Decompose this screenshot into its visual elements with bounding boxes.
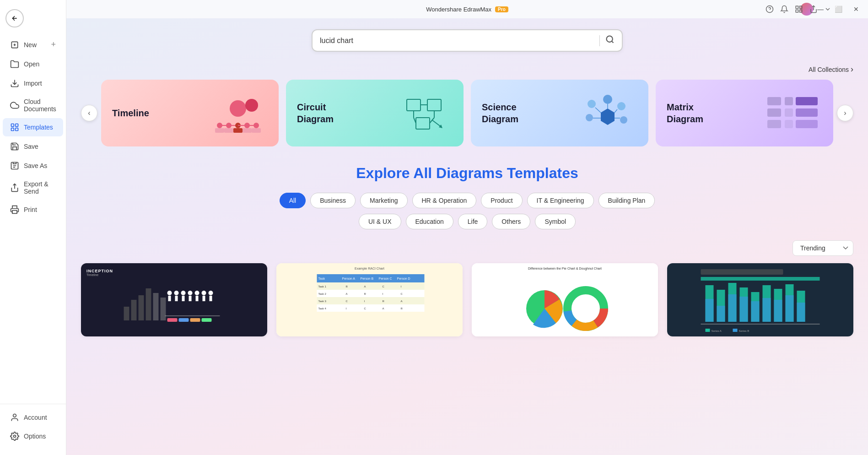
carousel-card-science[interactable]: Science Diagram <box>471 80 648 146</box>
svg-text:A: A <box>364 285 366 288</box>
svg-text:R: R <box>364 292 367 295</box>
svg-text:C: C <box>364 307 367 310</box>
template-card-inception[interactable]: INCEPTION Timeline <box>81 263 267 336</box>
sidebar-item-account[interactable]: Account <box>3 408 63 427</box>
svg-rect-90 <box>202 318 212 322</box>
sidebar-item-open[interactable]: Open <box>3 55 63 73</box>
svg-rect-36 <box>407 99 421 111</box>
svg-rect-31 <box>215 128 224 133</box>
sidebar-item-export[interactable]: Export & Send <box>3 176 63 200</box>
carousel-card-matrix[interactable]: Matrix Diagram <box>656 80 833 146</box>
svg-rect-73 <box>168 296 171 301</box>
filter-hr[interactable]: HR & Operation <box>412 193 477 208</box>
filter-others[interactable]: Others <box>492 214 530 229</box>
svg-text:R: R <box>401 307 403 310</box>
svg-text:Task: Task <box>318 277 325 280</box>
svg-point-21 <box>245 99 258 112</box>
carousel-card-label-matrix: Matrix Diagram <box>667 101 731 125</box>
template-card-img-bar: Series A Series B <box>667 263 853 336</box>
sidebar-item-import[interactable]: Import <box>3 74 63 92</box>
raci-diagram: Example RACI Chart Task Person A Person … <box>276 263 463 336</box>
svg-rect-71 <box>161 298 166 320</box>
maximize-button[interactable]: ⬜ <box>831 4 846 15</box>
search-button[interactable] <box>605 35 615 46</box>
explore-title: Explore All Diagrams Templates <box>81 165 853 182</box>
svg-text:A: A <box>346 292 348 295</box>
svg-text:A: A <box>383 307 384 310</box>
sidebar-item-label-save: Save <box>24 143 38 150</box>
all-collections-link[interactable]: All Collections › <box>809 65 853 74</box>
template-card-raci[interactable]: Example RACI Chart Task Person A Person … <box>276 263 463 336</box>
svg-marker-46 <box>601 108 615 125</box>
svg-rect-61 <box>785 108 793 117</box>
sort-select[interactable]: Trending Newest Most Popular <box>793 240 853 256</box>
sidebar-item-label-cloud: Cloud Documents <box>24 98 56 113</box>
minimize-button[interactable]: — <box>814 4 827 15</box>
svg-rect-8 <box>12 211 17 214</box>
sidebar-item-new[interactable]: New + <box>3 35 63 54</box>
svg-text:R: R <box>346 285 348 288</box>
filter-it[interactable]: IT & Engineering <box>527 193 594 208</box>
sidebar-item-save[interactable]: Save <box>3 137 63 156</box>
carousel-next-button[interactable]: › <box>837 105 853 121</box>
templates-icon <box>10 123 19 132</box>
svg-rect-144 <box>786 295 794 322</box>
carousel-wrap: ‹ Timeline <box>81 80 853 146</box>
main-inner: All Collections › ‹ Timeline <box>66 18 868 347</box>
svg-rect-97 <box>317 282 425 290</box>
app-title: Wondershare EdrawMax Pro <box>426 6 508 13</box>
svg-text:R: R <box>383 300 385 303</box>
svg-text:Task 4: Task 4 <box>318 307 327 310</box>
svg-point-50 <box>588 100 596 108</box>
back-button[interactable] <box>5 9 24 27</box>
filter-uiux[interactable]: UI & UX <box>359 214 401 229</box>
svg-point-82 <box>202 291 206 295</box>
svg-text:Series A: Series A <box>712 330 722 332</box>
open-icon <box>10 60 19 69</box>
print-icon <box>10 205 19 214</box>
account-icon <box>10 413 19 422</box>
filter-product[interactable]: Product <box>481 193 522 208</box>
pie-diagram: Difference between the Pie Chart & Dough… <box>472 263 658 336</box>
search-input[interactable] <box>320 37 594 45</box>
sidebar-item-print[interactable]: Print <box>3 200 63 219</box>
sidebar-item-options[interactable]: Options <box>3 427 63 445</box>
sidebar-item-label-options: Options <box>24 433 46 440</box>
svg-point-76 <box>181 291 186 295</box>
sidebar-item-label-saveas: Save As <box>24 162 47 169</box>
filter-building[interactable]: Building Plan <box>598 193 655 208</box>
svg-text:Task 1: Task 1 <box>318 285 327 288</box>
filter-education[interactable]: Education <box>406 214 453 229</box>
filter-symbol[interactable]: Symbol <box>535 214 576 229</box>
carousel-card-label-circuit: Circuit Diagram <box>297 101 361 125</box>
carousel-card-circuit[interactable]: Circuit Diagram <box>286 80 464 146</box>
save-icon <box>10 142 19 151</box>
svg-rect-3 <box>16 124 18 127</box>
filter-business[interactable]: Business <box>310 193 356 208</box>
notifications-button[interactable] <box>780 5 788 13</box>
sidebar-item-label-new: New <box>24 41 37 49</box>
grid-button[interactable] <box>795 5 803 13</box>
close-button[interactable]: ✕ <box>850 4 863 15</box>
svg-rect-130 <box>706 299 714 322</box>
svg-rect-62 <box>796 108 818 117</box>
filter-life[interactable]: Life <box>458 214 488 229</box>
svg-rect-87 <box>167 318 178 322</box>
carousel-card-timeline[interactable]: Timeline <box>101 80 279 146</box>
svg-rect-134 <box>728 294 737 322</box>
carousel-prev-button[interactable]: ‹ <box>81 105 97 121</box>
svg-rect-88 <box>179 318 189 322</box>
sidebar-item-saveas[interactable]: Save As <box>3 157 63 175</box>
template-card-pie[interactable]: Difference between the Pie Chart & Dough… <box>472 263 658 336</box>
svg-rect-115 <box>317 304 425 312</box>
template-card-bar[interactable]: Series A Series B <box>667 263 853 336</box>
help-button[interactable] <box>766 5 774 13</box>
svg-rect-14 <box>800 6 802 8</box>
filter-all[interactable]: All <box>280 193 306 208</box>
svg-rect-16 <box>796 10 798 12</box>
sidebar-item-templates[interactable]: Templates <box>3 118 63 136</box>
svg-rect-59 <box>796 97 818 105</box>
sidebar-item-cloud[interactable]: Cloud Documents <box>3 93 63 117</box>
filter-marketing[interactable]: Marketing <box>360 193 407 208</box>
svg-point-10 <box>14 435 16 438</box>
